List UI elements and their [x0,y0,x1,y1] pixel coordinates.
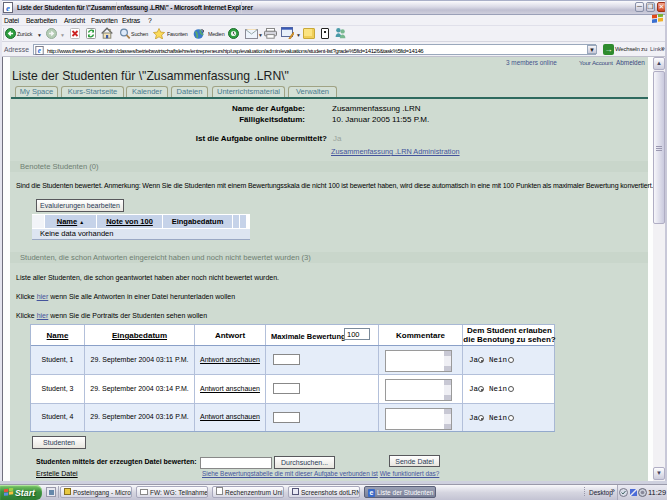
svg-text:e: e [6,3,10,13]
